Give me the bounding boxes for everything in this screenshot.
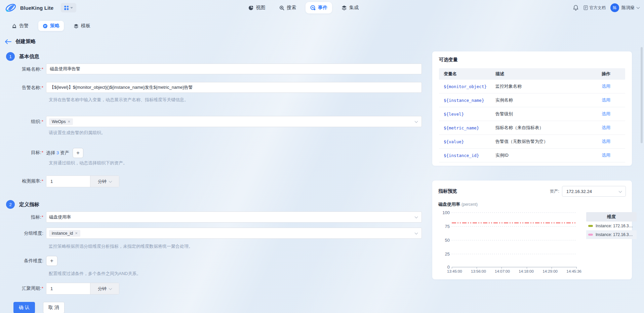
group-dimension-select[interactable]: instance_id × [46,228,422,239]
period-input[interactable] [46,283,90,294]
field-label: 告警名称:* [0,82,46,91]
variable-name: ${level} [439,112,495,117]
legend-item[interactable]: Instance: 172.16.32.... [586,222,637,230]
variables-table-header: 变量名 描述 操作 [439,68,625,80]
nav-item-search[interactable]: 搜索 [275,2,301,13]
organization-select[interactable]: WeOps × [46,116,422,127]
variables-panel-title: 可选变量 [439,57,625,63]
dimension-tag: instance_id × [49,230,80,237]
condition-dimension-help: 配置维度过滤条件，多个条件之间为AND关系。 [49,271,432,277]
step-number-badge: 1 [6,52,15,61]
variable-row: ${metric_name} 指标名称（来自指标表） 选用 [439,121,625,135]
gridline [452,240,577,240]
variable-name: ${metric_name} [439,125,495,130]
field-label: 分组维度: [0,228,46,236]
page-title: 创建策略 [15,38,36,45]
main-nav: 视图 搜索 事件 集成 [244,2,363,13]
chart-legend: 维度 Instance: 172.16.32.... Instance: 172… [586,212,637,273]
use-variable-link[interactable]: 选用 [602,139,610,144]
legend-label: Instance: 172.16.32.... [596,232,635,237]
strategy-name-input[interactable] [46,64,422,74]
pie-chart-icon [248,5,253,10]
official-docs-link[interactable]: 官方文档 [583,5,606,11]
chevron-down-icon [109,179,112,183]
frequency-input[interactable] [46,176,90,187]
x-tick-label: 14:18:00 [519,269,534,273]
app-switcher-button[interactable] [61,3,76,12]
asset-value: 172.16.32.24 [566,189,592,194]
nav-item-integration[interactable]: 集成 [337,2,363,13]
unit-label: 分钟 [98,179,107,185]
tab-template[interactable]: 模板 [69,21,95,31]
field-label: 汇聚周期:* [0,283,46,291]
field-target: 目标:* 选择 3 资产 + [0,146,432,158]
period-unit-select[interactable]: 分钟 [90,283,119,294]
y-tick-label: 100 [442,210,450,215]
required-mark: * [42,286,43,291]
use-variable-link[interactable]: 选用 [602,111,610,116]
tab-label: 策略 [50,23,59,29]
user-menu[interactable]: 陈 陈润燊 [610,3,639,12]
tab-alerts[interactable]: 告警 [7,21,33,31]
target-count[interactable]: 3 [56,150,59,155]
variable-desc: 指标名称（来自指标表） [495,125,602,131]
user-name: 陈润燊 [621,5,635,11]
gridline [452,212,577,213]
x-tick-label: 14:07:00 [495,269,510,273]
confirm-button[interactable]: 确 认 [13,302,35,313]
variable-desc: 告警级别 [495,111,602,117]
x-axis-labels: 13:45:00 13:56:00 14:07:00 14:18:00 14:2… [447,269,581,273]
brand: BlueKing Lite [5,2,53,13]
metric-select[interactable]: 磁盘使用率 [46,211,422,223]
cancel-button[interactable]: 取 消 [43,302,65,313]
variable-desc: 实例ID [495,152,602,158]
tab-strategy[interactable]: 策略 [38,21,64,31]
notification-bell-icon[interactable] [573,5,579,11]
event-pulse-icon [310,5,316,10]
nav-item-event[interactable]: 事件 [306,2,332,13]
page-scrollbar[interactable] [641,47,643,143]
variable-desc: 告警值（无数据告警为空） [495,139,602,145]
variables-table: 变量名 描述 操作 ${monitor_object} 监控对象名称 选用 ${… [439,68,625,162]
field-label: 策略名称:* [0,64,46,72]
remove-tag-icon[interactable]: × [68,119,70,124]
chart-title: 磁盘使用率(percent) [438,201,626,207]
nav-item-label: 视图 [256,5,265,11]
required-mark: * [42,85,43,90]
frequency-unit-select[interactable]: 分钟 [90,176,119,187]
use-variable-link[interactable]: 选用 [602,84,610,89]
add-target-button[interactable]: + [73,148,83,158]
column-header-desc: 描述 [495,71,602,77]
field-metric: 指标:* 磁盘使用率 [0,211,432,223]
frequency-control: 分钟 [46,175,119,187]
use-variable-link[interactable]: 选用 [602,125,610,130]
right-column: 可选变量 变量名 描述 操作 ${monitor_object} 监控对象名称 … [432,51,632,279]
y-axis: 100 75 50 25 0 [438,212,452,267]
field-label: 指标:* [0,211,46,220]
step-number-badge: 2 [6,200,15,209]
y-tick-label: 50 [445,238,450,243]
nav-item-view[interactable]: 视图 [244,2,270,13]
chevron-down-icon [415,215,418,219]
remove-tag-icon[interactable]: × [75,231,78,235]
back-arrow-icon[interactable] [5,39,11,44]
chevron-down-icon [70,7,73,9]
search-icon [279,5,284,10]
alert-name-input[interactable] [46,82,422,93]
use-variable-link[interactable]: 选用 [602,97,610,103]
tab-label: 告警 [19,23,29,29]
variable-row: ${value} 告警值（无数据告警为空） 选用 [439,135,625,149]
strategy-icon [43,24,48,29]
required-mark: * [42,67,43,72]
legend-item[interactable]: Instance: 172.16.32.... [586,230,637,239]
field-strategy-name: 策略名称:* [0,64,432,74]
add-condition-button[interactable]: + [46,256,57,266]
alert-name-help: 支持在告警名称中输入变量，动态展示资产名称、指标维度等关键信息。 [49,97,432,103]
chevron-down-icon [109,286,112,290]
group-dimension-help: 监控策略根据所选分组维度分析指标，未指定的维度数据将统一聚合处理。 [49,243,432,249]
metric-preview-panel: 指标预览 资产: 172.16.32.24 磁盘使用率(percent) 100… [432,181,632,279]
docs-label: 官方文档 [590,5,606,11]
use-variable-link[interactable]: 选用 [602,153,610,158]
field-group-dimension: 分组维度: instance_id × [0,228,432,239]
asset-select[interactable]: 172.16.32.24 [562,186,626,197]
